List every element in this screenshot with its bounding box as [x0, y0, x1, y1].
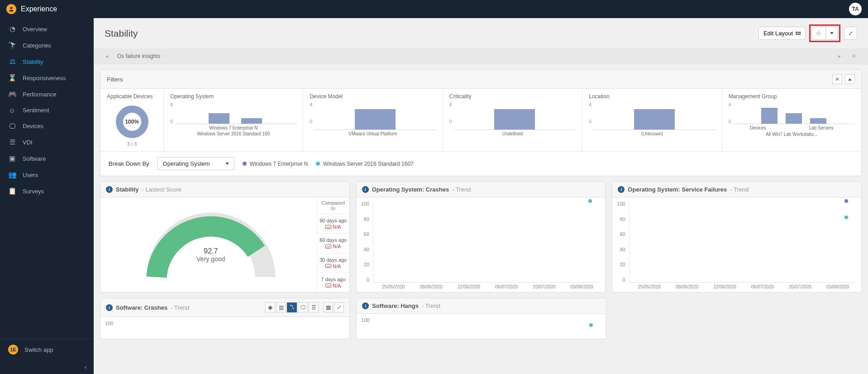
applicable-donut: 100%: [115, 105, 149, 139]
filter-criticality[interactable]: Criticality 40 Undefined: [443, 89, 582, 151]
widget-os-service-failures: iOperating System: Service Failures- Tre…: [612, 182, 862, 292]
sidebar-item-vdi[interactable]: ☰VDI: [0, 134, 94, 150]
caret-down-icon: [830, 32, 834, 34]
sidebar-item-surveys[interactable]: 📋Surveys: [0, 183, 94, 199]
info-icon[interactable]: i: [618, 186, 625, 193]
tool-list-button[interactable]: ☰: [309, 302, 319, 312]
brand: Experience: [6, 4, 57, 14]
main: Stability Edit Layout: [94, 18, 868, 374]
sidebar-item-label: Users: [23, 172, 38, 178]
collapse-sidebar-button[interactable]: ‹: [0, 360, 94, 374]
gauge-label: Very good: [105, 255, 317, 263]
sidebar-item-stability[interactable]: ⚖Stability: [0, 53, 94, 70]
switch-app-label: Switch app: [24, 346, 53, 353]
highlight-box: [809, 24, 840, 42]
favorite-dropdown-button[interactable]: [826, 27, 838, 39]
sidebar-item-label: Software: [23, 155, 46, 162]
package-icon: ▣: [8, 154, 16, 163]
y-axis: 100: [361, 317, 373, 333]
users-icon: 👥: [8, 171, 16, 179]
legend-item-1: Windows Server 2016 Standard 1607: [316, 161, 413, 167]
sidebar-item-performance[interactable]: 🎮Performance: [0, 86, 94, 102]
sidebar-item-label: Overview: [23, 26, 47, 33]
filter-mgmt-group[interactable]: Management Group 40 DevicesLab Servers A…: [722, 89, 861, 151]
breadcrumb-text: Os failure insights: [117, 53, 160, 59]
sidebar-item-label: Sentiment: [23, 107, 49, 114]
info-icon[interactable]: i: [106, 186, 113, 193]
y-axis: 100806040200: [361, 201, 373, 283]
info-icon[interactable]: i: [362, 186, 369, 193]
sidebar-item-label: Surveys: [23, 188, 44, 195]
breakdown-label: Break Down By: [109, 160, 149, 167]
favorite-button[interactable]: [812, 27, 826, 39]
sidebar-item-label: Stability: [23, 58, 43, 65]
switch-app-button[interactable]: 1E Switch app: [0, 339, 94, 360]
tool-device-button[interactable]: 🖵: [298, 302, 308, 312]
sidebar-item-label: VDI: [23, 139, 33, 146]
switch-app-icon: 1E: [8, 345, 18, 355]
filters-panel: Filters ✕ Applicable Devices: [100, 70, 862, 176]
legend-item-0: Windows 7 Enterprise N: [243, 161, 308, 167]
page-title: Stability: [105, 28, 138, 39]
breadcrumb-close-button[interactable]: ✕: [849, 52, 859, 60]
filters-title: Filters: [107, 76, 123, 83]
sidebar-item-software[interactable]: ▣Software: [0, 150, 94, 167]
dashboard-icon: [325, 225, 331, 229]
tool-table-button[interactable]: ▦: [323, 302, 333, 312]
tool-gauge-button[interactable]: ◉: [265, 302, 275, 312]
edit-layout-label: Edit Layout: [763, 30, 793, 37]
y-axis: 100806040200: [617, 201, 629, 283]
trend-plot: [373, 201, 601, 283]
widget-sw-hangs: iSoftware: Hangs- Trend 100: [356, 298, 606, 339]
breakdown-selected: Operating System: [163, 160, 210, 167]
trend-plot: [373, 317, 601, 333]
edit-layout-button[interactable]: Edit Layout: [758, 27, 806, 40]
tool-expand-button[interactable]: ⤢: [334, 302, 344, 312]
tool-bar-button[interactable]: ▥: [276, 302, 286, 312]
widget-stability-score: iStability- Lastest Score: [100, 182, 350, 292]
avatar[interactable]: TA: [849, 3, 862, 15]
caret-down-icon: [225, 163, 229, 165]
gauge-chart: 92.7 Very good: [105, 202, 317, 288]
filter-location[interactable]: Location 40 (Unknown): [582, 89, 722, 151]
sidebar-item-label: Responsiveness: [23, 75, 66, 82]
smile-icon: ☺: [8, 106, 16, 114]
filters-clear-button[interactable]: ✕: [832, 74, 842, 84]
breakdown-row: Break Down By Operating System Windows 7…: [100, 152, 861, 176]
sidebar-item-categories[interactable]: 🔭Categories: [0, 37, 94, 53]
breadcrumb-next-button[interactable]: ▸: [835, 52, 844, 60]
data-point: [588, 199, 592, 203]
chart-type-toolbar: ◉ ▥ 〽 🖵 ☰: [265, 302, 319, 312]
sidebar-item-sentiment[interactable]: ☺Sentiment: [0, 102, 94, 118]
brand-text: Experience: [21, 5, 57, 13]
brand-logo-icon: [6, 4, 16, 14]
dashboard-icon: [325, 245, 331, 249]
tool-line-button[interactable]: 〽: [287, 302, 297, 312]
filter-title: Criticality: [449, 93, 576, 100]
filter-title: Device Model: [310, 93, 436, 100]
sidebar-item-label: Devices: [23, 123, 43, 129]
info-icon[interactable]: i: [106, 304, 113, 311]
data-point: [589, 323, 593, 327]
sidebar-item-devices[interactable]: 🖵Devices: [0, 118, 94, 134]
pie-icon: ◔: [8, 25, 16, 33]
filter-device-model[interactable]: Device Model 40 VMware Virtual Platform: [303, 89, 443, 151]
filter-title: Management Group: [729, 93, 855, 100]
sidebar-item-overview[interactable]: ◔Overview: [0, 21, 94, 37]
sidebar-item-users[interactable]: 👥Users: [0, 167, 94, 183]
breadcrumb: ◂ Os failure insights ▸ ✕: [94, 48, 868, 64]
scale-icon: ⚖: [8, 58, 16, 66]
filter-os[interactable]: Operating System 40 Windows 7 Enterprise…: [164, 89, 303, 151]
breakdown-select[interactable]: Operating System: [157, 157, 234, 170]
breadcrumb-back-button[interactable]: ◂: [103, 52, 111, 60]
filters-collapse-button[interactable]: [845, 74, 855, 84]
trend-plot: [117, 321, 345, 336]
fullscreen-button[interactable]: [844, 27, 857, 40]
caret-up-icon: [848, 78, 852, 81]
x-axis: 25/05/202008/06/202022/06/202006/07/2020…: [617, 283, 857, 289]
sidebar-item-responsiveness[interactable]: ⌛Responsiveness: [0, 70, 94, 86]
filter-title: Location: [589, 93, 715, 100]
info-icon[interactable]: i: [362, 302, 369, 309]
monitor-icon: 🖵: [8, 122, 16, 130]
dashboard-icon: [325, 264, 331, 268]
